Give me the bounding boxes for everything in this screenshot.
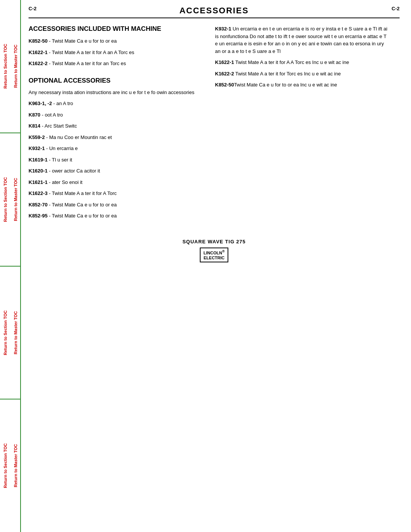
optional-item-id-8: K1622-3 (29, 190, 48, 196)
included-item-desc-1: - Twist Mate A a ter it for A an A Torc … (48, 50, 134, 55)
page-code-left: C-2 (29, 6, 37, 11)
right-item-desc-3: Twist Mate Ca e u for to or ea Inc u e w… (234, 82, 337, 88)
page-code-right: C-2 (392, 6, 400, 11)
optional-item-4: K932-1 - Un ercarria e (29, 145, 204, 152)
optional-item-desc-6: - ower actor Ca acitor it (48, 168, 100, 174)
return-master-toc-4[interactable]: Return to Master TOC (10, 441, 21, 490)
right-item-3: K852-50Twist Mate Ca e u for to or ea In… (215, 81, 390, 89)
optional-item-desc-2: - Arc Start Switc (40, 123, 77, 129)
right-item-1: K1622-1 Twist Mate A a ter it for A A To… (215, 59, 390, 66)
right-item-0: K932-1 Un ercarria e en t e un ercarria … (215, 25, 390, 55)
included-item-id-1: K1622-1 (29, 50, 48, 55)
optional-item-8: K1622-3 - Twist Mate A a ter it for A To… (29, 190, 204, 197)
included-item-id-2: K1622-2 (29, 61, 48, 66)
optional-item-desc-3: - Ma nu Coo er Mountin rac et (45, 134, 112, 140)
optional-section: OPTIONAL ACCESSORIES Any necessary insta… (29, 77, 204, 220)
right-item-2: K1622-2 Twist Mate A a ter it for Torc e… (215, 70, 390, 78)
page-title: ACCESSORIES (37, 6, 392, 16)
sidebar-section-1: Return to Section TOC Return to Master T… (0, 0, 20, 133)
optional-item-desc-1: - oot A tro (40, 112, 63, 118)
optional-item-id-3: K559-2 (29, 134, 45, 140)
lincoln-logo-text: LINCOLN (204, 251, 222, 255)
optional-item-id-1: K870 (29, 112, 40, 118)
optional-item-10: K852-95 - Twist Mate Ca e u for to or ea (29, 212, 204, 220)
optional-item-desc-5: - Tl u ser it (48, 157, 72, 163)
right-item-desc-1: Twist Mate A a ter it for A A Torc es In… (234, 59, 349, 65)
registered-symbol: ® (222, 249, 225, 253)
sidebar: Return to Section TOC Return to Master T… (0, 0, 21, 532)
lincoln-logo: LINCOLN® ELECTRIC (200, 248, 229, 262)
optional-item-id-10: K852-95 (29, 213, 48, 219)
right-item-desc-0: Un ercarria e en t e un ercarria e is ro… (215, 26, 387, 54)
optional-item-7: K1621-1 - ater So enoi it (29, 179, 204, 186)
sidebar-section-3: Return to Section TOC Return to Master T… (0, 266, 20, 399)
optional-heading: OPTIONAL ACCESSORIES (29, 77, 204, 85)
return-section-toc-1[interactable]: Return to Section TOC (0, 41, 10, 92)
included-item-desc-0: - Twist Mate Ca e u for to or ea (48, 38, 117, 44)
right-item-id-3: K852-50 (215, 82, 234, 88)
right-item-id-1: K1622-1 (215, 59, 234, 65)
optional-item-id-6: K1620-1 (29, 168, 48, 174)
optional-item-id-7: K1621-1 (29, 179, 48, 185)
optional-item-id-0: K963-1, -2 (29, 101, 52, 106)
footer-product-name: SQUARE WAVE TIG 275 (29, 239, 400, 244)
col-right: K932-1 Un ercarria e en t e un ercarria … (215, 25, 390, 224)
included-item-0: K852-50 - Twist Mate Ca e u for to or ea (29, 37, 204, 45)
right-item-desc-2: Twist Mate A a ter it for Torc es Inc u … (234, 71, 341, 77)
optional-intro: Any necessary insta ation instructions a… (29, 89, 204, 96)
optional-item-3: K559-2 - Ma nu Coo er Mountin rac et (29, 134, 204, 141)
optional-item-desc-0: - an A tro (52, 101, 73, 106)
optional-item-desc-10: - Twist Mate Ca e u for to or ea (48, 213, 117, 219)
return-master-toc-3[interactable]: Return to Master TOC (10, 308, 21, 357)
included-item-1: K1622-1 - Twist Mate A a ter it for A an… (29, 49, 204, 56)
included-item-2: K1622-2 - Twist Mate A a ter it for an T… (29, 60, 204, 67)
included-item-desc-2: - Twist Mate A a ter it for an Torc es (48, 61, 126, 66)
return-section-toc-4[interactable]: Return to Section TOC (0, 440, 10, 491)
return-master-toc-2[interactable]: Return to Master TOC (10, 175, 21, 224)
page-container: Return to Section TOC Return to Master T… (0, 0, 411, 532)
right-item-id-0: K932-1 (215, 26, 231, 32)
optional-item-9: K852-70 - Twist Mate Ca e u for to or ea (29, 201, 204, 209)
return-section-toc-2[interactable]: Return to Section TOC (0, 174, 10, 225)
page-footer: SQUARE WAVE TIG 275 LINCOLN® ELECTRIC (29, 239, 400, 270)
included-heading: ACCESSORIES INCLUDED WITH MACHINE (29, 25, 204, 33)
optional-item-desc-4: - Un ercarria e (45, 145, 78, 151)
optional-item-2: K814 - Arc Start Switc (29, 122, 204, 130)
sidebar-section-2: Return to Section TOC Return to Master T… (0, 133, 20, 266)
return-master-toc-1[interactable]: Return to Master TOC (10, 42, 21, 91)
optional-item-id-5: K1619-1 (29, 157, 48, 163)
electric-text: ELECTRIC (204, 256, 225, 260)
optional-item-id-9: K852-70 (29, 202, 48, 208)
return-section-toc-3[interactable]: Return to Section TOC (0, 307, 10, 358)
optional-item-desc-8: - Twist Mate A a ter it for A Torc (48, 190, 117, 196)
optional-item-desc-9: - Twist Mate Ca e u for to or ea (48, 202, 117, 208)
right-item-id-2: K1622-2 (215, 71, 234, 77)
optional-item-6: K1620-1 - ower actor Ca acitor it (29, 167, 204, 175)
optional-item-5: K1619-1 - Tl u ser it (29, 156, 204, 164)
page-header: C-2 ACCESSORIES C-2 (29, 6, 400, 16)
optional-item-id-4: K932-1 (29, 145, 45, 151)
sidebar-section-4: Return to Section TOC Return to Master T… (0, 399, 20, 532)
optional-item-0: K963-1, -2 - an A tro (29, 100, 204, 107)
header-divider (29, 18, 400, 18)
main-content: C-2 ACCESSORIES C-2 ACCESSORIES INCLUDED… (21, 0, 411, 532)
page-title-container: ACCESSORIES (37, 6, 392, 16)
optional-item-1: K870 - oot A tro (29, 111, 204, 119)
col-left: ACCESSORIES INCLUDED WITH MACHINE K852-5… (29, 25, 204, 224)
two-col-layout: ACCESSORIES INCLUDED WITH MACHINE K852-5… (29, 25, 400, 224)
optional-item-id-2: K814 (29, 123, 40, 129)
optional-item-desc-7: - ater So enoi it (48, 179, 83, 185)
included-item-id-0: K852-50 (29, 38, 48, 44)
